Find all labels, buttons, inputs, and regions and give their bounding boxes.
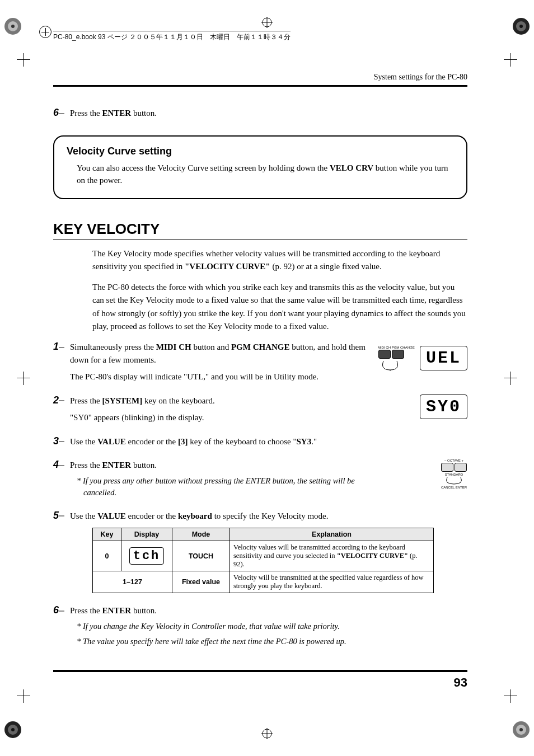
- lcd-sy0-icon: SY0: [420, 395, 467, 419]
- step-num-icon: 3: [53, 435, 70, 448]
- reg-ring-top-left: [3, 17, 22, 36]
- callout-title: Velocity Curve setting: [67, 145, 454, 157]
- crop-mark-br: [504, 689, 517, 703]
- step-2: 2 Press the [SYSTEM] key on the keyboard…: [53, 395, 467, 424]
- step-6: 6 Press the ENTER button. * If you chang…: [53, 604, 467, 647]
- step-4-note: * If you press any other button without …: [77, 475, 378, 499]
- step-1-line2: The PC-80's display will indicate "UTL,"…: [70, 370, 378, 383]
- th-mode: Mode: [172, 528, 230, 541]
- reg-ring-bottom-left: [3, 720, 22, 739]
- key-velocity-title: KEY VELOCITY: [53, 220, 467, 238]
- th-display: Display: [121, 528, 172, 541]
- step-text: button.: [131, 109, 157, 118]
- cell-mode: TOUCH: [172, 541, 230, 571]
- svg-point-8: [11, 728, 15, 731]
- page-content: System settings for the PC-80 6 Press th…: [53, 73, 467, 690]
- step-1: 1 Simultaneously press the MIDI CH butto…: [53, 341, 467, 383]
- crop-mark-tl: [17, 53, 30, 67]
- step-text: Press the: [70, 109, 102, 118]
- crop-mark-bl: [17, 689, 30, 703]
- crop-mark-tr: [504, 53, 517, 67]
- crop-mark-ml: [17, 372, 30, 385]
- cell-key-range: 1–127: [93, 571, 172, 593]
- step-1-figure: MIDI CH PGM CHANGE UEL: [378, 341, 467, 383]
- table-header-row: Key Display Mode Explanation: [93, 528, 434, 541]
- enter-label: ENTER: [102, 109, 132, 118]
- table-row: 1–127 Fixed value Velocity will be trans…: [93, 571, 434, 593]
- step-num-icon: 6: [53, 604, 70, 647]
- step-2-figure: SY0: [378, 395, 467, 424]
- step-4-figure: – OCTAVE + STANDARD CANCEL ENTER: [378, 459, 467, 499]
- intro-para-2: The PC-80 detects the force with which y…: [92, 281, 467, 333]
- svg-point-5: [519, 25, 523, 28]
- section-rule: [53, 239, 467, 240]
- spine-label: PC-80_e.book 93 ページ ２００５年１１月１０日 木曜日 午前１１…: [53, 31, 291, 42]
- spine-icon: [39, 26, 51, 38]
- step-num-icon: 6: [53, 107, 70, 120]
- octave-panel-icon: – OCTAVE + STANDARD CANCEL ENTER: [441, 459, 467, 489]
- center-reg-top: [261, 17, 273, 28]
- step-num-icon: 5: [53, 510, 70, 523]
- step-3: 3 Use the VALUE encoder or the [3] key o…: [53, 435, 467, 448]
- callout-body: You can also access the Velocity Curve s…: [77, 162, 454, 187]
- step-num-icon: 2: [53, 395, 70, 424]
- head-rule: [53, 85, 467, 87]
- lcd-tch-icon: tch: [129, 547, 165, 565]
- svg-point-11: [519, 728, 523, 731]
- step-6-note-2: * The value you specify here will take e…: [77, 636, 467, 647]
- cell-explanation: Velocity values will be transmitted acco…: [230, 541, 434, 571]
- foot-rule: [53, 670, 467, 672]
- step-6-note-1: * If you change the Key Velocity in Cont…: [77, 621, 467, 632]
- step-4: 4 Press the ENTER button. * If you press…: [53, 459, 467, 499]
- reg-ring-top-right: [512, 17, 531, 36]
- step-2-line2: "SY0" appears (blinking) in the display.: [70, 411, 378, 424]
- center-reg-bottom: [261, 728, 273, 739]
- th-key: Key: [93, 528, 121, 541]
- table-row: 0 tch TOUCH Velocity values will be tran…: [93, 541, 434, 571]
- step-6-pre: 6 Press the ENTER button.: [53, 107, 467, 120]
- page-number: 93: [53, 675, 467, 690]
- cell-key: 0: [93, 541, 121, 571]
- step-num-icon: 4: [53, 459, 70, 499]
- reg-ring-bottom-right: [512, 720, 531, 739]
- intro-para-1: The Key Velocity mode specifies whether …: [92, 247, 467, 274]
- key-velocity-table: Key Display Mode Explanation 0 tch TOUCH…: [92, 528, 434, 593]
- lcd-utl-icon: UEL: [420, 346, 467, 370]
- svg-point-2: [11, 25, 15, 28]
- velocity-curve-callout: Velocity Curve setting You can also acce…: [53, 135, 467, 199]
- crop-mark-mr: [504, 372, 517, 385]
- cell-mode: Fixed value: [172, 571, 230, 593]
- th-explanation: Explanation: [230, 528, 434, 541]
- step-5: 5 Use the VALUE encoder or the keyboard …: [53, 510, 467, 523]
- running-head: System settings for the PC-80: [53, 73, 467, 82]
- cell-display: tch: [121, 541, 172, 571]
- cell-explanation: Velocity will be transmitted at the spec…: [230, 571, 434, 593]
- step-num-icon: 1: [53, 341, 70, 383]
- midi-pgm-panel-icon: MIDI CH PGM CHANGE: [378, 346, 416, 372]
